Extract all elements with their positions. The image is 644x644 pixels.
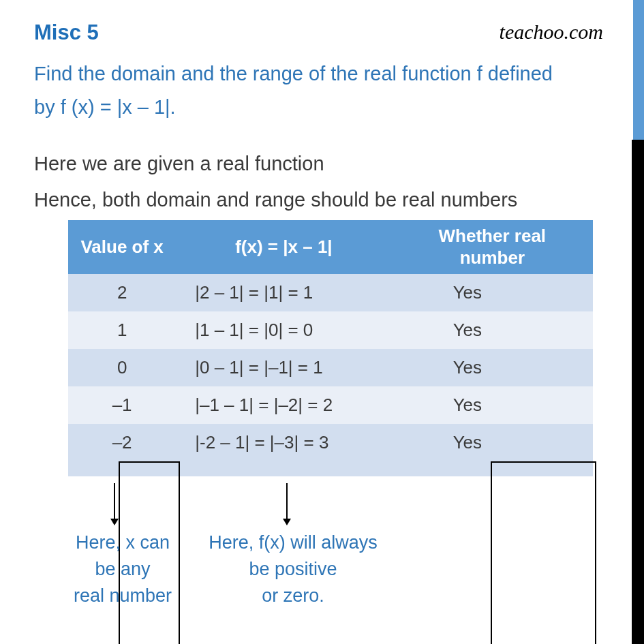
note-line: real number: [74, 585, 172, 606]
cell-x: 1: [68, 311, 176, 349]
arrow-down-icon: [286, 483, 288, 524]
cell-x: 2: [68, 274, 176, 311]
note-line: Here, x can: [76, 532, 170, 553]
cell-real: Yes: [392, 424, 593, 461]
cell-fx: |1 – 1| = |0| = 0: [176, 311, 391, 349]
exercise-title: Misc 5: [34, 20, 99, 45]
table-footer-row: [68, 461, 593, 476]
problem-line: by f (x) = |x – 1|.: [34, 96, 176, 118]
function-table: Value of x f(x) = |x – 1| Whether real n…: [68, 220, 593, 476]
cell-real: Yes: [392, 274, 593, 311]
note-line: or zero.: [262, 585, 324, 606]
table-row: –2 |-2 – 1| = |–3| = 3 Yes: [68, 424, 593, 461]
annotation-right: Here, f(x) will always be positive or ze…: [198, 530, 388, 609]
note-line: Here, f(x) will always: [209, 532, 378, 553]
table-row: 0 |0 – 1| = |–1| = 1 Yes: [68, 349, 593, 386]
side-accent-blue: [633, 0, 644, 140]
table-header-row: Value of x f(x) = |x – 1| Whether real n…: [68, 220, 593, 273]
cell-fx: |0 – 1| = |–1| = 1: [176, 349, 391, 386]
solution-text: Hence, both domain and range should be r…: [34, 185, 610, 215]
cell-fx: |2 – 1| = |1| = 1: [176, 274, 391, 311]
cell-real: Yes: [392, 386, 593, 424]
cell-real: Yes: [392, 349, 593, 386]
cell-fx: |-2 – 1| = |–3| = 3: [176, 424, 391, 461]
cell-x: –1: [68, 386, 176, 424]
cell-x: 0: [68, 349, 176, 386]
header-row: Misc 5 teachoo.com: [34, 20, 610, 45]
note-line: be positive: [249, 559, 337, 579]
table-row: 2 |2 – 1| = |1| = 1 Yes: [68, 274, 593, 311]
problem-line: Find the domain and the range of the rea…: [34, 63, 553, 85]
cell-x: –2: [68, 424, 176, 461]
brand-watermark: teachoo.com: [500, 20, 603, 44]
arrow-down-icon: [114, 483, 115, 524]
table-header: f(x) = |x – 1|: [176, 220, 391, 273]
note-line: be any: [95, 559, 150, 579]
table-container: Value of x f(x) = |x – 1| Whether real n…: [68, 220, 610, 476]
table-row: –1 |–1 – 1| = |–2| = 2 Yes: [68, 386, 593, 424]
cell-real: Yes: [392, 311, 593, 349]
cell-fx: |–1 – 1| = |–2| = 2: [176, 386, 391, 424]
highlight-box-real: [491, 461, 596, 644]
annotation-left: Here, x can be any real number: [55, 530, 191, 609]
table-header: Whether real number: [392, 220, 593, 273]
problem-statement: Find the domain and the range of the rea…: [34, 57, 610, 125]
page-content: Misc 5 teachoo.com Find the domain and t…: [0, 0, 644, 476]
solution-text: Here we are given a real function: [34, 149, 610, 179]
table-row: 1 |1 – 1| = |0| = 0 Yes: [68, 311, 593, 349]
header-line: Whether real: [439, 226, 547, 246]
header-line: number: [460, 247, 525, 268]
side-accent-black: [632, 140, 644, 644]
table-header: Value of x: [68, 220, 176, 273]
